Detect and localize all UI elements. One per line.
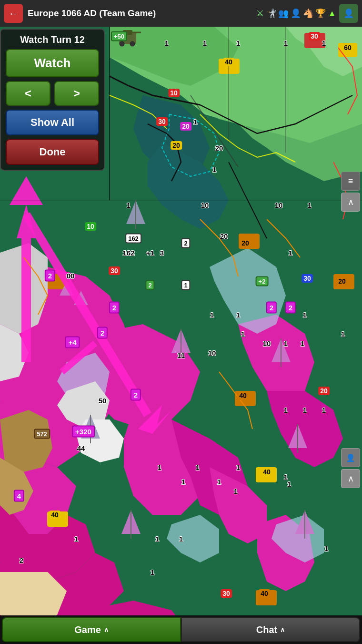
svg-rect-37 xyxy=(219,59,240,74)
svg-marker-21 xyxy=(167,515,219,562)
svg-point-70 xyxy=(130,41,135,46)
horse-icon: 🐴 xyxy=(303,8,313,19)
game-chevron-icon: ∧ xyxy=(104,626,109,634)
scroll-down-button[interactable]: ∧ xyxy=(341,469,360,488)
svg-rect-35 xyxy=(256,467,277,482)
person-icon: 👤 xyxy=(291,8,301,19)
svg-rect-33 xyxy=(333,274,354,289)
svg-rect-32 xyxy=(235,391,256,406)
done-button[interactable]: Done xyxy=(6,139,99,165)
watch-turn-label: Watch Turn 12 xyxy=(6,34,99,45)
chat-chevron-icon: ∧ xyxy=(280,626,285,634)
triangle-icon: ▲ xyxy=(328,9,336,19)
back-button[interactable]: ← xyxy=(4,4,23,23)
header-icons: ⚔ 🤺 👥 👤 🐴 🏆 ▲ xyxy=(256,8,336,19)
bottom-bar: Game ∧ Chat ∧ xyxy=(0,615,362,644)
scroll-up-button[interactable]: ∧ xyxy=(341,193,360,212)
svg-rect-36 xyxy=(256,590,277,605)
svg-marker-19 xyxy=(210,248,286,334)
chat-label: Chat xyxy=(256,624,277,635)
show-all-button[interactable]: Show All xyxy=(6,110,99,135)
trophy-icon: 🏆 xyxy=(315,8,326,19)
right-sidebar-upper: ≡ ∧ xyxy=(341,172,362,212)
header-title: Europe 1066 AD (Team Game) xyxy=(28,8,256,19)
watch-button[interactable]: Watch xyxy=(6,49,99,77)
next-button[interactable]: > xyxy=(54,81,99,106)
svg-marker-26 xyxy=(76,419,124,462)
sword-icon: ⚔ xyxy=(256,8,264,19)
chat-button[interactable]: Chat ∧ xyxy=(181,617,360,642)
list-button[interactable]: ≡ xyxy=(341,172,360,191)
profile-button[interactable]: 👤 xyxy=(339,4,358,23)
player-icon-button[interactable]: 👤 xyxy=(341,448,360,467)
svg-point-69 xyxy=(120,41,124,46)
left-panel: Watch Turn 12 Watch < > Show All Done xyxy=(0,29,105,171)
game-label: Game xyxy=(74,624,101,635)
prev-button[interactable]: < xyxy=(6,81,50,106)
svg-rect-34 xyxy=(47,511,68,527)
svg-rect-31 xyxy=(239,234,260,249)
right-sidebar-lower: 👤 ∧ xyxy=(341,448,362,488)
game-button[interactable]: Game ∧ xyxy=(2,617,181,642)
svg-marker-15 xyxy=(267,391,343,467)
svg-rect-67 xyxy=(123,30,132,35)
troops-icon: 👥 xyxy=(278,8,289,19)
svg-rect-39 xyxy=(338,43,357,57)
svg-rect-38 xyxy=(304,33,325,48)
header-bar: ← Europe 1066 AD (Team Game) ⚔ 🤺 👥 👤 🐴 🏆… xyxy=(0,0,362,27)
svg-marker-57 xyxy=(10,176,43,205)
fencer-icon: 🤺 xyxy=(266,8,276,19)
